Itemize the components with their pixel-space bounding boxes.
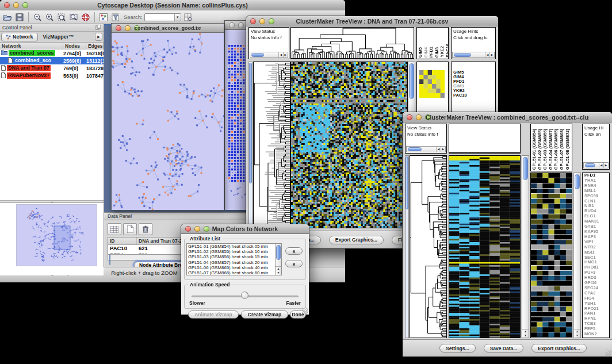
column-network[interactable]: Network — [0, 43, 63, 49]
create-vizmap-button[interactable]: Create Vizmap — [241, 311, 288, 319]
search-input[interactable]: ▼ — [144, 13, 181, 21]
vscroll-arrows[interactable]: ▲▼ — [522, 329, 529, 338]
vscroll-thumb[interactable] — [276, 245, 281, 260]
tv2-zoom-heatmap-canvas[interactable] — [531, 173, 572, 338]
tv2-row-dendrogram-panel[interactable] — [410, 155, 447, 338]
scroll-right-icon[interactable]: ▶ — [489, 52, 494, 58]
tv2-row-dendrogram-canvas[interactable] — [410, 156, 446, 338]
tv1-zoom-heatmap-canvas[interactable] — [419, 70, 445, 98]
tv1-status-hscrollbar[interactable]: ◀▶ — [250, 52, 288, 58]
tv1-column-dendrogram-panel[interactable] — [290, 27, 414, 59]
tv2-heatmap-vscrollbar[interactable]: ▲▼ — [522, 155, 529, 338]
attribute-browser-icon[interactable] — [183, 12, 193, 22]
hscroll-thumb[interactable] — [251, 53, 264, 57]
network-view[interactable] — [112, 33, 224, 210]
tv1-heatmap-panel[interactable] — [290, 62, 408, 228]
close-button[interactable] — [185, 226, 191, 232]
hscroll-arrows[interactable]: ◀▶ — [436, 147, 445, 152]
filter-icon[interactable] — [110, 12, 121, 22]
vscroll-thumb[interactable] — [575, 174, 580, 189]
tab-network[interactable]: Network — [1, 33, 38, 41]
tv2-rowtree-scrollbar[interactable] — [405, 155, 409, 338]
attribute-item[interactable]: GPL51-01 (GSM854) heat shock 05 min — [187, 244, 281, 249]
tv1-row-dendrogram-canvas[interactable] — [254, 62, 290, 228]
attribute-item[interactable]: GPL51-03 (GSM856) heat shock 15 min — [187, 254, 281, 259]
tv1-rowtree-scrollbar[interactable] — [248, 62, 253, 228]
dialog-titlebar[interactable]: Map Colors to Network — [181, 224, 309, 234]
minimize-button[interactable] — [125, 25, 131, 31]
scroll-left-icon[interactable]: ◀ — [485, 52, 489, 58]
export-graphics-button[interactable]: Export Graphics... — [329, 236, 384, 244]
vscroll-thumb[interactable] — [409, 63, 414, 99]
tv2-status-hscrollbar[interactable]: ◀▶ — [406, 146, 446, 152]
network-overview-canvas[interactable] — [16, 204, 97, 266]
vscroll-arrows[interactable]: ▲▼ — [574, 329, 580, 338]
column-nodes[interactable]: Nodes — [63, 43, 86, 49]
close-button[interactable] — [407, 114, 412, 120]
new-attribute-icon[interactable] — [123, 223, 137, 235]
hscroll-thumb[interactable] — [585, 163, 595, 167]
resize-grip[interactable] — [302, 308, 308, 314]
zoom-selected-icon[interactable] — [56, 12, 67, 22]
column-edges[interactable]: Edges — [86, 43, 104, 49]
attribute-item[interactable]: GPL51-02 (GSM855) heat shock 10 min — [187, 249, 281, 254]
vscroll-arrows[interactable]: ▲▼ — [276, 266, 281, 275]
treeview2-titlebar[interactable]: ClusterMaker TreeView : combined_scores_… — [403, 112, 612, 122]
tv1-heatmap-canvas[interactable] — [291, 62, 407, 228]
main-titlebar[interactable]: Cytoscape Desktop (Session Name: collins… — [0, 0, 345, 10]
animate-vizmap-button[interactable]: Animate Vizmap — [188, 311, 239, 319]
hscroll-thumb[interactable] — [408, 147, 422, 151]
network-canvas[interactable] — [112, 33, 224, 210]
minimize-button[interactable] — [259, 18, 265, 24]
network-row[interactable]: RNAPuberNov2+563(0)107847(0) — [0, 72, 104, 79]
scroll-right-icon[interactable]: ▶ — [283, 52, 288, 58]
attribute-list[interactable]: GPL51-01 (GSM854) heat shock 05 minGPL51… — [186, 243, 282, 275]
scroll-right-icon[interactable]: ▶ — [603, 163, 608, 168]
hscroll-thumb[interactable] — [109, 254, 110, 265]
move-up-button[interactable]: ∧ — [285, 247, 303, 255]
network-row[interactable]: combined_scores2764(0)16218(0) — [0, 49, 104, 57]
tv2-zoom-vscrollbar[interactable]: ▲▼ — [573, 173, 581, 338]
tab-vizmapper[interactable]: VizMapper™ — [39, 33, 78, 41]
attribute-list-vscrollbar[interactable]: ▲▼ — [275, 244, 281, 275]
scroll-left-icon[interactable]: ◀ — [436, 147, 441, 152]
minimize-button[interactable] — [416, 114, 422, 120]
attribute-item[interactable]: GPL51-06 (GSM865) heat shock 40 min — [187, 265, 281, 270]
tv2-usage-hscrollbar[interactable]: ◀▶ — [583, 162, 609, 168]
vscroll-thumb[interactable] — [406, 156, 408, 209]
tv2-zoom-heatmap-panel[interactable] — [530, 173, 572, 338]
modify-network-icon[interactable] — [98, 12, 109, 22]
vscroll-thumb[interactable] — [249, 63, 252, 183]
export-graphics-button[interactable]: Export Graphics... — [531, 344, 586, 352]
close-button[interactable] — [229, 22, 235, 28]
network-row[interactable]: combined_sco2569(6)13112(15) — [0, 57, 104, 64]
trash-icon[interactable] — [139, 223, 152, 235]
treeview1-titlebar[interactable]: ClusterMaker TreeView : DNA and Tran 07-… — [246, 16, 498, 26]
zoom-out-icon[interactable] — [32, 12, 43, 22]
float-panel-icon[interactable] — [95, 25, 101, 31]
tv1-usage-hscrollbar[interactable]: ◀▶ — [452, 52, 495, 58]
hscroll-arrows[interactable]: ◀▶ — [485, 52, 494, 58]
hscroll-thumb[interactable] — [454, 53, 471, 57]
tv1-column-dendrogram-canvas[interactable] — [291, 28, 414, 58]
network-row[interactable]: DNA and Tran 07769(0)183728(0) — [0, 64, 104, 72]
search-dropdown-icon[interactable]: ▼ — [174, 14, 181, 21]
open-file-icon[interactable] — [2, 12, 13, 22]
close-button[interactable] — [250, 18, 256, 24]
tv2-column-dendrogram-panel[interactable] — [449, 124, 521, 154]
id-column-header[interactable]: ID — [108, 237, 137, 244]
tab-overflow-button[interactable]: ▶ — [95, 33, 102, 41]
save-data-button[interactable]: Save Data... — [484, 344, 524, 352]
minimize-button[interactable] — [194, 226, 200, 232]
tv2-heatmap-canvas[interactable] — [449, 156, 520, 338]
tv2-heatmap-panel[interactable] — [449, 155, 521, 338]
hscroll-arrows[interactable]: ◀▶ — [278, 52, 288, 58]
close-button[interactable] — [4, 2, 10, 8]
vscroll-thumb[interactable] — [523, 157, 528, 180]
attribute-item[interactable]: GPL51-04 (GSM857) heat shock 20 min — [187, 260, 281, 265]
attribute-item[interactable]: GPL51-07 (GSM868) heat shock 60 min — [187, 270, 281, 275]
zoom-in-icon[interactable] — [44, 12, 55, 22]
scroll-left-icon[interactable]: ◀ — [278, 52, 283, 58]
resize-grip[interactable] — [605, 350, 611, 356]
animation-slider-thumb[interactable] — [241, 292, 248, 299]
